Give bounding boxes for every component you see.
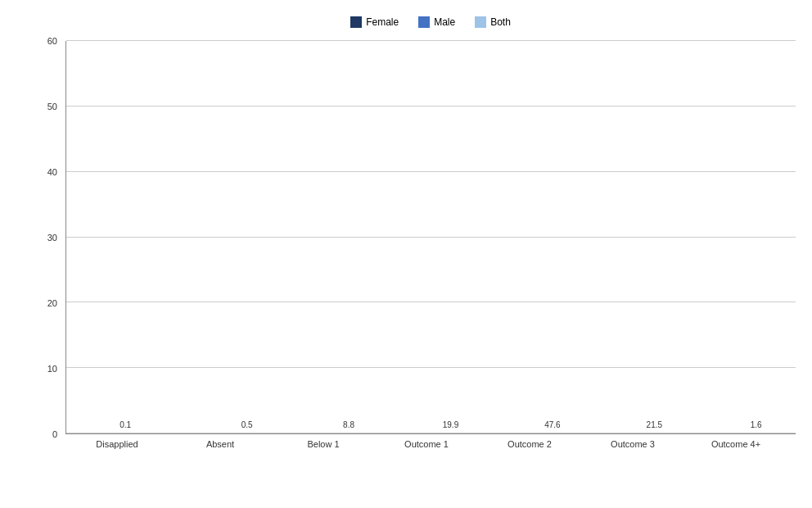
legend-label-female: Female	[366, 16, 399, 28]
legend-item-female: Female	[350, 16, 399, 28]
legend-swatch-both	[475, 16, 486, 28]
bar-value-label: 47.6	[544, 420, 560, 429]
x-label-outcome-2: Outcome 2	[478, 439, 581, 449]
x-label-absent: Absent	[169, 439, 272, 449]
y-tick-0: 0	[52, 429, 57, 439]
legend-item-male: Male	[418, 16, 455, 28]
bars-container: 0.10.58.819.947.621.51.6	[66, 41, 796, 433]
legend-swatch-male	[418, 16, 430, 28]
chart-wrapper: 0102030405060 0.10.58.819.947.621.51.6	[65, 41, 796, 434]
bar-value-label: 0.1	[120, 420, 131, 429]
plot-area: 0.10.58.819.947.621.51.6	[65, 41, 796, 434]
bar-value-label: 1.6	[751, 420, 762, 429]
legend-item-both: Both	[475, 16, 511, 28]
y-tick-40: 40	[47, 167, 57, 177]
y-tick-20: 20	[47, 298, 57, 308]
bar-value-label: 0.5	[241, 420, 253, 429]
chart-legend: FemaleMaleBoth	[65, 16, 796, 28]
y-ticks: 0102030405060	[33, 41, 64, 434]
x-label-below-1: Below 1	[272, 439, 375, 449]
x-label-disapplied: Disapplied	[65, 439, 169, 449]
y-tick-10: 10	[47, 364, 57, 374]
legend-label-male: Male	[434, 16, 455, 28]
bar-value-label: 8.8	[343, 420, 354, 429]
legend-swatch-female	[350, 16, 362, 28]
legend-label-both: Both	[490, 16, 511, 28]
x-axis-labels: DisappliedAbsentBelow 1Outcome 1Outcome …	[65, 434, 796, 449]
bar-value-label: 19.9	[443, 420, 458, 429]
y-tick-50: 50	[47, 102, 57, 111]
x-label-outcome-3: Outcome 3	[581, 439, 684, 449]
y-tick-30: 30	[47, 233, 57, 243]
x-label-outcome-4plus: Outcome 4+	[684, 439, 787, 449]
bar-value-label: 21.5	[647, 420, 662, 429]
x-label-outcome-1: Outcome 1	[375, 439, 478, 449]
y-tick-60: 60	[47, 36, 57, 46]
chart-container: FemaleMaleBoth 0102030405060 0.10.58.819…	[0, 0, 812, 508]
